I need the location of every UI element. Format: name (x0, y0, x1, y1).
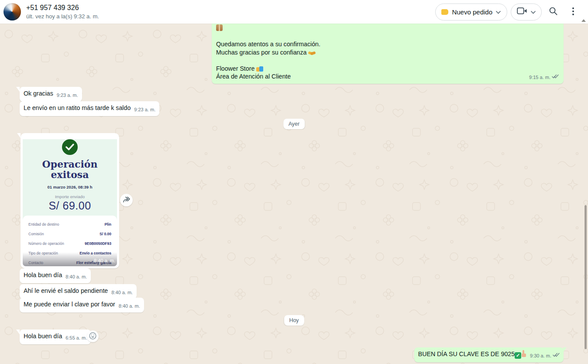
receipt-title: Operación exitosa (23, 159, 117, 180)
message-time: 9:23 a. m. (134, 106, 155, 114)
message-time: 9:30 a. m. (530, 352, 551, 360)
message-text: BUEN DÍA SU CLAVE ES DE 9025 (418, 350, 515, 357)
date-divider-today: Hoy (284, 315, 304, 326)
receipt-row: Entidad de destino Plin (28, 223, 111, 227)
menu-button[interactable] (564, 3, 582, 21)
search-button[interactable] (544, 3, 562, 21)
conversation-panel: Quedamos atentos a su confirmación. Much… (0, 24, 588, 364)
handshake-emoji-icon (308, 51, 316, 55)
whatsapp-chat-window: +51 957 439 326 últ. vez hoy a la(s) 9:3… (0, 0, 588, 364)
incoming-image-message[interactable]: Operación exitosa 01 marzo 2026, 08:39 h… (21, 133, 119, 268)
incoming-message[interactable]: Le envío en un ratito más tarde k saldo9… (20, 101, 159, 116)
contact-name: +51 957 439 326 (26, 3, 99, 12)
bubble-tail (563, 347, 567, 353)
bubble-tail (16, 330, 20, 335)
chevron-down-icon (496, 8, 501, 16)
message-time: 6:55 a. m. (65, 334, 87, 342)
double-check-icon (552, 73, 559, 82)
chat-header: +51 957 439 326 últ. vez hoy a la(s) 9:3… (0, 0, 588, 24)
message-meta: 9:15 a. m. (529, 73, 559, 82)
message-time: 8:40 a. m. (94, 257, 115, 265)
receipt-row: Comisión S/ 0.00 (28, 232, 111, 236)
package-emoji-icon (216, 24, 223, 31)
emoji-reaction-icon (89, 332, 96, 341)
message-text: Hola buen día (24, 271, 62, 278)
search-icon (549, 7, 558, 17)
shopping-bags-emoji-icon (256, 65, 263, 72)
message-time: 8:40 a. m. (111, 288, 133, 297)
video-call-button[interactable] (511, 3, 542, 21)
date-divider-yesterday: Ayer (283, 119, 305, 129)
label-tag-icon (441, 9, 448, 15)
check-badge-emoji-icon: ✓ (515, 352, 521, 359)
message-text: Ahí le envié el saldo pendiente (24, 287, 108, 294)
bubble-tail (16, 87, 20, 92)
incoming-message[interactable]: Me puede enviar l clave por favor8:40 a.… (20, 298, 144, 312)
scrollbar-thumb[interactable] (585, 205, 587, 349)
message-time: 8:40 a. m. (119, 302, 140, 310)
forward-icon (122, 196, 131, 204)
video-call-icon (517, 7, 527, 17)
new-order-label: Nuevo pedido (452, 8, 492, 16)
chevron-down-icon (531, 8, 536, 16)
outgoing-message-clave[interactable]: BUEN DÍA SU CLAVE ES DE 9025✓9:30 a. m. (414, 347, 564, 362)
receipt-amount: S/ 69.00 (23, 202, 117, 210)
header-actions: Nuevo pedido (435, 0, 582, 24)
message-time: 8:40 a. m. (65, 273, 87, 281)
contact-info[interactable]: +51 957 439 326 últ. vez hoy a la(s) 9:3… (26, 3, 99, 20)
message-time: 9:15 a. m. (529, 73, 550, 82)
new-order-button[interactable]: Nuevo pedido (435, 3, 507, 21)
point-up-emoji-icon (521, 350, 526, 357)
contact-avatar[interactable] (3, 3, 21, 21)
incoming-message[interactable]: Ahí le envié el saldo pendiente8:40 a. m… (20, 284, 137, 299)
receipt-row: Número de operación 9E0B0050DF93 (28, 242, 111, 246)
message-text: Ok gracias (24, 90, 53, 97)
receipt-header: Operación exitosa 01 marzo 2026, 08:39 h… (23, 139, 117, 220)
outgoing-message-confirmation[interactable]: Quedamos atentos a su confirmación. Much… (212, 24, 564, 84)
incoming-message[interactable]: Hola buen día8:40 a. m. (20, 268, 91, 283)
incoming-message[interactable]: Ok gracias9:23 a. m. (20, 87, 82, 102)
message-text: Le envío en un ratito más tarde k saldo (24, 104, 131, 111)
forward-message-button[interactable] (120, 194, 133, 206)
message-text: Quedamos atentos a su confirmación. Much… (212, 24, 564, 84)
receipt-datetime: 01 marzo 2026, 08:39 h (23, 183, 117, 191)
message-time: 9:23 a. m. (57, 91, 78, 100)
scroll-up-arrow[interactable] (581, 19, 586, 22)
bubble-tail (17, 133, 21, 138)
message-text: Hola buen día (24, 333, 62, 340)
incoming-message[interactable]: Hola buen día6:55 a. m. (20, 330, 91, 344)
success-check-icon (62, 139, 78, 155)
last-seen-status: últ. vez hoy a la(s) 9:32 a. m. (26, 13, 99, 20)
double-check-icon (553, 352, 560, 360)
emoji-reaction-button[interactable] (87, 330, 99, 342)
message-text: Me puede enviar l clave por favor (24, 301, 115, 308)
kebab-menu-icon (572, 7, 574, 17)
payment-receipt-image[interactable]: Operación exitosa 01 marzo 2026, 08:39 h… (23, 135, 117, 266)
